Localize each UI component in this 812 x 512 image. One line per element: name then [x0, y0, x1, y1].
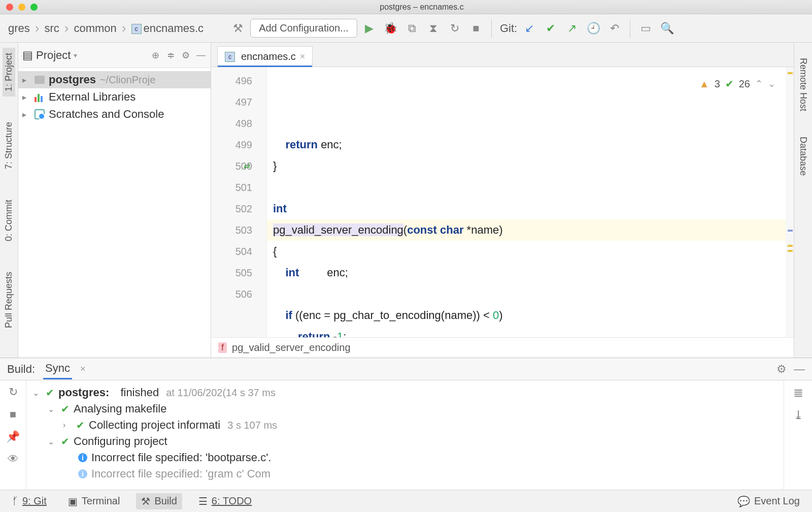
- editor-tab[interactable]: c encnames.c ×: [217, 46, 313, 67]
- editor-breadcrumb[interactable]: f pg_valid_server_encoding: [211, 337, 794, 358]
- git-commit-icon[interactable]: ✔: [542, 19, 560, 38]
- editor-body[interactable]: 496497498499500⇄501502503504505506 ▲ 3 ✔…: [211, 67, 794, 337]
- project-panel: ▤ Project ▾ ⊕ ≑ ⚙ — ▸ postgres ~/ClionPr…: [18, 43, 211, 358]
- locate-icon[interactable]: ⊕: [150, 50, 161, 61]
- build-tree[interactable]: ⌄ ✔ postgres: finished at 11/06/202(14 s…: [26, 380, 784, 490]
- build-row[interactable]: i Incorrect file specified: 'bootparse.c…: [32, 450, 777, 466]
- nav-breadcrumb[interactable]: gres › src › common › cencnames.c: [4, 20, 208, 36]
- tree-scratches[interactable]: ▸ Scratches and Console: [18, 106, 211, 123]
- project-tree: ▸ postgres ~/ClionProje ▸ External Libra…: [18, 68, 211, 358]
- breadcrumb-fn: pg_valid_server_encoding: [232, 342, 351, 354]
- hide-icon[interactable]: —: [794, 363, 805, 376]
- bottom-tab-build[interactable]: ⚒Build: [136, 493, 182, 509]
- hide-icon[interactable]: —: [195, 50, 207, 61]
- refresh-icon[interactable]: ↻: [9, 386, 18, 399]
- check-icon: ✔: [61, 435, 70, 447]
- tool-tab-commit[interactable]: 0: Commit: [3, 195, 15, 246]
- soft-wrap-icon[interactable]: ≣: [793, 386, 803, 400]
- bottom-tab-todo[interactable]: ☰6: TODO: [193, 493, 257, 509]
- chevron-down-icon: ⌄: [48, 437, 57, 446]
- close-icon[interactable]: ×: [80, 364, 86, 374]
- tree-external-libs[interactable]: ▸ External Libraries: [18, 88, 211, 106]
- info-icon: i: [78, 453, 87, 462]
- crumb-2[interactable]: common: [70, 21, 120, 36]
- git-label: Git:: [500, 22, 517, 35]
- terminal-icon: ▣: [68, 495, 78, 507]
- tool-tab-pull-requests[interactable]: Pull Requests: [3, 267, 15, 333]
- git-pull-icon[interactable]: ↙: [520, 19, 538, 38]
- library-icon: [35, 92, 45, 102]
- chevron-right-icon: ▸: [22, 92, 30, 102]
- error-stripe[interactable]: [786, 67, 794, 337]
- scratch-icon: [35, 109, 45, 119]
- run-icon[interactable]: ▶: [360, 19, 379, 38]
- project-title[interactable]: ▤ Project ▾: [22, 49, 146, 62]
- tree-root[interactable]: ▸ postgres ~/ClionProje: [18, 71, 211, 88]
- check-icon: ✔: [46, 387, 54, 399]
- stop-icon[interactable]: ■: [467, 19, 485, 38]
- hammer-build-icon[interactable]: ⚒: [229, 19, 247, 38]
- window-controls: [6, 4, 38, 11]
- build-header: Build: Sync × ⚙ —: [0, 358, 812, 380]
- search-icon[interactable]: 🔍: [658, 19, 676, 38]
- scroll-to-end-icon[interactable]: ⤓: [793, 408, 803, 422]
- add-configuration-button[interactable]: Add Configuration...: [250, 19, 357, 38]
- gear-icon[interactable]: ⚙: [776, 363, 787, 376]
- git-history-icon[interactable]: 🕘: [584, 19, 602, 38]
- main-area: 1: Project 7: Structure 0: Commit Pull R…: [0, 43, 812, 358]
- bottom-toolbar: ᚶ9: Git ▣Terminal ⚒Build ☰6: TODO 💬Event…: [0, 490, 812, 512]
- build-row[interactable]: › ✔ Collecting project informati 3 s 107…: [32, 417, 777, 433]
- pass-count: 26: [739, 73, 750, 94]
- hammer-icon: ⚒: [141, 495, 150, 507]
- tool-tab-project[interactable]: 1: Project: [3, 48, 15, 97]
- build-tab-sync[interactable]: Sync: [43, 359, 72, 379]
- close-window-icon[interactable]: [6, 4, 13, 11]
- close-icon[interactable]: ×: [300, 51, 306, 62]
- code-area[interactable]: ▲ 3 ✔ 26 ⌃ ⌄ return enc;} intpg_valid_se…: [267, 67, 786, 337]
- event-log-button[interactable]: 💬Event Log: [732, 493, 805, 509]
- git-push-icon[interactable]: ↗: [563, 19, 581, 38]
- editor-tabs: c encnames.c ×: [211, 43, 794, 67]
- chevron-right-icon: ▸: [22, 110, 30, 119]
- chevron-down-icon: ⌄: [48, 404, 57, 414]
- eye-icon[interactable]: 👁: [8, 453, 19, 466]
- crumb-1[interactable]: src: [40, 21, 63, 36]
- chevron-down-icon[interactable]: ⌄: [768, 73, 775, 94]
- tool-tab-remote-host[interactable]: Remote Host: [797, 53, 809, 116]
- info-icon: i: [78, 469, 87, 478]
- left-tool-strip: 1: Project 7: Structure 0: Commit Pull R…: [0, 43, 18, 358]
- crumb-3[interactable]: cencnames.c: [127, 21, 208, 36]
- main-toolbar: gres › src › common › cencnames.c ⚒ Add …: [0, 14, 812, 43]
- inspection-widget[interactable]: ▲ 3 ✔ 26 ⌃ ⌄: [696, 72, 779, 95]
- bubble-icon: 💬: [737, 495, 750, 507]
- gear-icon[interactable]: ⚙: [180, 50, 191, 61]
- build-row[interactable]: ⌄ ✔ Configuring project: [32, 433, 777, 450]
- build-row[interactable]: ⌄ ✔ Analysing makefile: [32, 401, 777, 417]
- function-badge-icon: f: [218, 342, 227, 353]
- attach-icon[interactable]: ↻: [446, 19, 464, 38]
- profile-icon[interactable]: ⧗: [424, 19, 443, 38]
- tool-tab-database[interactable]: Database: [797, 132, 809, 181]
- chevron-right-icon: ›: [64, 20, 69, 36]
- crumb-0[interactable]: gres: [4, 21, 34, 36]
- check-icon: ✔: [725, 73, 734, 94]
- run-anything-icon[interactable]: ▭: [636, 19, 655, 38]
- build-row[interactable]: i Incorrect file specified: 'gram c' Com: [32, 466, 777, 482]
- expand-all-icon[interactable]: ≑: [165, 50, 176, 61]
- zoom-window-icon[interactable]: [30, 4, 38, 11]
- debug-icon[interactable]: 🐞: [382, 19, 400, 38]
- chevron-up-icon[interactable]: ⌃: [755, 73, 763, 94]
- check-icon: ✔: [61, 403, 70, 415]
- folder-icon: ▤: [22, 49, 33, 62]
- coverage-icon[interactable]: ⧉: [403, 19, 421, 38]
- bottom-tab-git[interactable]: ᚶ9: Git: [7, 493, 52, 509]
- bottom-tab-terminal[interactable]: ▣Terminal: [63, 493, 125, 509]
- minimize-window-icon[interactable]: [18, 4, 25, 11]
- tool-tab-structure[interactable]: 7: Structure: [3, 117, 15, 174]
- titlebar: postgres – encnames.c: [0, 0, 812, 14]
- window-title: postgres – encnames.c: [38, 3, 806, 12]
- git-rollback-icon[interactable]: ↶: [605, 19, 624, 38]
- build-row-root[interactable]: ⌄ ✔ postgres: finished at 11/06/202(14 s…: [32, 385, 777, 401]
- stop-icon[interactable]: ■: [10, 408, 16, 421]
- pin-icon[interactable]: 📌: [6, 430, 20, 443]
